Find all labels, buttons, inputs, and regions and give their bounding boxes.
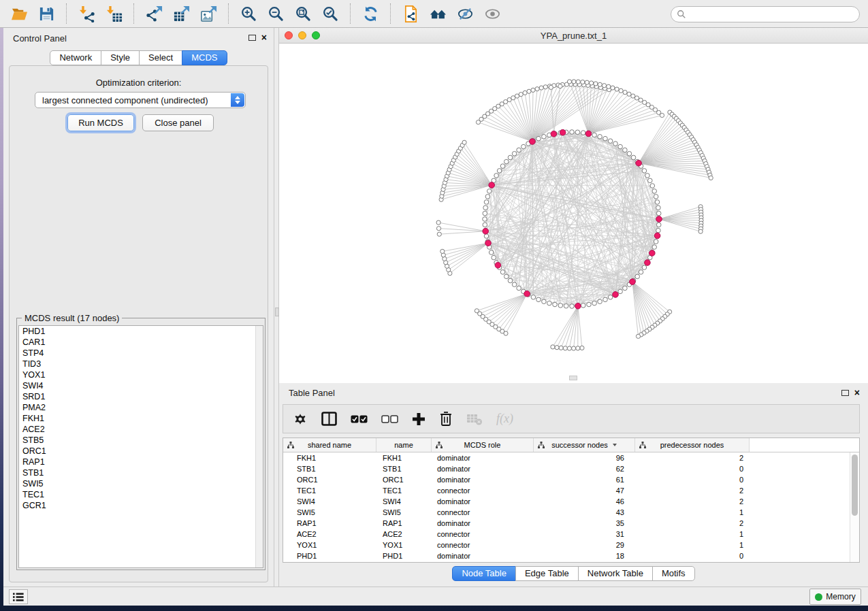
vertical-splitter[interactable]	[274, 28, 279, 587]
zoom-out-icon[interactable]	[266, 4, 286, 23]
tab-select[interactable]: Select	[139, 50, 182, 65]
list-item[interactable]: TEC1	[19, 489, 263, 500]
cell-predecessor-nodes: 0	[635, 476, 750, 484]
tab-network-table[interactable]: Network Table	[578, 566, 653, 581]
settings-gear-icon[interactable]	[293, 410, 308, 428]
list-item[interactable]: STB5	[19, 435, 263, 446]
list-item[interactable]: SWI4	[19, 380, 263, 391]
mcds-list-scrollbar[interactable]	[255, 326, 263, 567]
export-image-icon[interactable]	[198, 4, 219, 23]
first-neighbors-icon[interactable]	[428, 4, 448, 23]
tab-mcds[interactable]: MCDS	[182, 50, 227, 65]
export-table-icon[interactable]	[171, 4, 191, 23]
close-panel-icon[interactable]: ×	[261, 34, 267, 41]
search-field[interactable]	[671, 6, 860, 22]
column-header-mcds-role[interactable]: MCDS role	[432, 438, 534, 452]
list-item[interactable]: CAR1	[19, 337, 263, 348]
list-item[interactable]: SRD1	[19, 391, 263, 402]
list-item[interactable]: RAP1	[19, 457, 263, 467]
save-session-icon[interactable]	[36, 4, 57, 23]
column-label: MCDS role	[464, 441, 501, 449]
zoom-selected-icon[interactable]	[320, 4, 340, 23]
criterion-dropdown[interactable]: largest connected component (undirected)	[35, 92, 246, 108]
column-header-shared-name[interactable]: shared name	[283, 438, 376, 452]
list-item[interactable]: YOX1	[19, 369, 263, 380]
new-network-from-selection-icon[interactable]	[400, 4, 421, 23]
tab-node-table[interactable]: Node Table	[452, 566, 516, 581]
table-row[interactable]: YOX1YOX1connector291	[283, 540, 850, 550]
list-item[interactable]: FKH1	[19, 413, 263, 424]
import-network-icon[interactable]	[76, 4, 97, 23]
table-scrollbar-thumb[interactable]	[852, 455, 858, 516]
list-item[interactable]: ACE2	[19, 424, 263, 435]
list-item[interactable]: SWI5	[19, 478, 263, 489]
table-row[interactable]: STB1STB1dominator620	[283, 463, 850, 474]
cell-shared-name: TEC1	[283, 486, 376, 495]
cell-shared-name: ACE2	[283, 530, 376, 538]
tab-style[interactable]: Style	[101, 50, 140, 65]
cell-mcds-role: dominator	[432, 476, 534, 484]
tab-network[interactable]: Network	[50, 50, 101, 65]
close-panel-icon[interactable]: ×	[854, 389, 860, 396]
canvas-splitter-grip[interactable]	[569, 376, 577, 380]
refresh-icon[interactable]	[360, 4, 381, 23]
list-item[interactable]: TID3	[19, 359, 263, 369]
network-graph[interactable]	[279, 44, 868, 383]
function-builder-icon[interactable]: f(x)	[496, 410, 513, 428]
delete-table-icon[interactable]	[466, 410, 483, 428]
table-row[interactable]: ORC1ORC1dominator610	[283, 474, 850, 485]
table-scrollbar[interactable]	[850, 452, 859, 562]
table-row[interactable]: ACE2ACE2connector311	[283, 529, 850, 540]
network-canvas[interactable]	[279, 44, 868, 383]
list-item[interactable]: PMA2	[19, 402, 263, 413]
float-window-icon[interactable]	[248, 35, 256, 41]
column-header-successor-nodes[interactable]: successor nodes	[534, 438, 635, 452]
run-mcds-button[interactable]: Run MCDS	[67, 114, 134, 131]
column-menu-chevron-icon[interactable]	[613, 444, 617, 446]
table-row[interactable]: TEC1TEC1connector472	[283, 485, 850, 496]
tab-edge-table[interactable]: Edge Table	[515, 566, 579, 581]
close-panel-button[interactable]: Close panel	[142, 114, 214, 131]
dropdown-stepper-icon	[231, 93, 244, 107]
list-item[interactable]: GCR1	[19, 500, 263, 511]
float-window-icon[interactable]	[841, 390, 849, 396]
tab-motifs[interactable]: Motifs	[652, 566, 695, 581]
task-history-button[interactable]	[9, 589, 28, 604]
import-table-icon[interactable]	[103, 4, 124, 23]
add-row-icon[interactable]	[412, 410, 425, 428]
hide-selected-eye-slash-icon[interactable]	[455, 4, 475, 23]
criterion-dropdown-value: largest connected component (undirected)	[42, 95, 208, 105]
list-item[interactable]: STB1	[19, 467, 263, 478]
cell-successor-nodes: 43	[534, 508, 635, 516]
column-header-name[interactable]: name	[376, 438, 432, 452]
mcds-result-title: MCDS result (17 nodes)	[22, 313, 122, 323]
deselect-all-checkboxes-icon[interactable]	[381, 410, 398, 428]
search-input[interactable]	[690, 10, 854, 19]
column-label: name	[394, 441, 413, 449]
splitter-grip[interactable]	[275, 308, 279, 316]
cell-predecessor-nodes: 0	[635, 465, 750, 473]
zoom-in-icon[interactable]	[238, 4, 259, 23]
list-item[interactable]: PHD1	[19, 326, 263, 337]
cell-predecessor-nodes: 2	[635, 486, 750, 495]
control-panel-tabs: Network Style Select MCDS	[3, 50, 274, 65]
delete-row-icon[interactable]	[439, 410, 453, 428]
column-header-predecessor-nodes[interactable]: predecessor nodes	[635, 438, 750, 452]
memory-button[interactable]: Memory	[809, 589, 861, 605]
list-item[interactable]: STP4	[19, 348, 263, 359]
table-row[interactable]: PHD1PHD1dominator180	[283, 550, 850, 561]
search-icon	[677, 10, 686, 19]
cell-successor-nodes: 31	[534, 530, 635, 538]
export-network-icon[interactable]	[144, 4, 164, 23]
table-row[interactable]: FKH1FKH1dominator962	[283, 452, 850, 463]
show-all-eye-icon[interactable]	[482, 4, 502, 23]
table-row[interactable]: RAP1RAP1dominator352	[283, 518, 850, 529]
show-columns-icon[interactable]	[321, 410, 337, 428]
zoom-fit-icon[interactable]	[293, 4, 313, 23]
cell-mcds-role: dominator	[432, 497, 534, 506]
open-file-icon[interactable]	[9, 4, 29, 23]
table-row[interactable]: SWI4SWI4dominator462	[283, 496, 850, 507]
list-item[interactable]: ORC1	[19, 446, 263, 457]
select-all-checkboxes-icon[interactable]	[351, 410, 368, 428]
table-row[interactable]: SWI5SWI5connector431	[283, 507, 850, 518]
